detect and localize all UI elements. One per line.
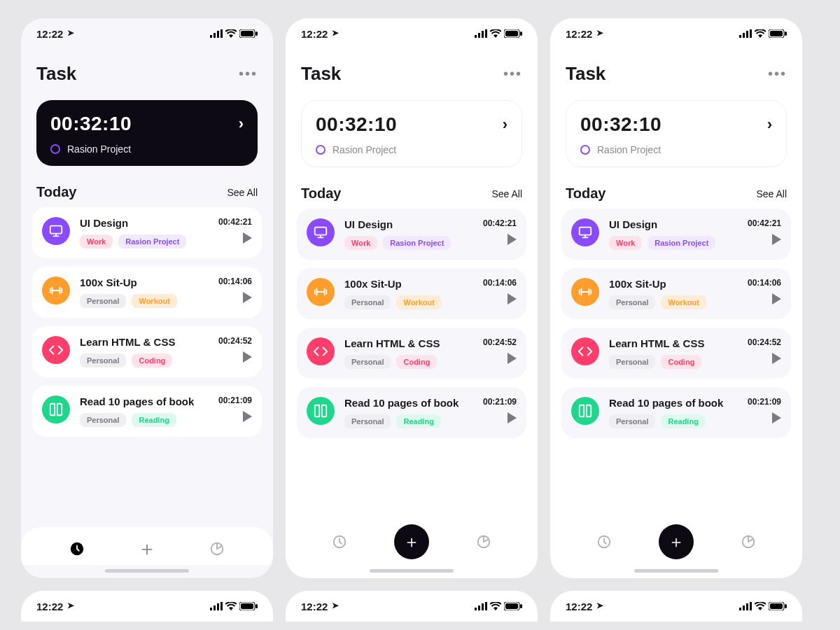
svg-rect-42 <box>505 603 518 609</box>
play-icon[interactable] <box>243 411 252 422</box>
tag[interactable]: Personal <box>609 355 655 369</box>
task-row[interactable]: 100x Sit-Up PersonalWorkout 00:14:06 <box>32 267 262 318</box>
svg-rect-10 <box>475 35 477 38</box>
tag-list: WorkRasion Project <box>80 234 218 248</box>
nav-timer-button[interactable] <box>594 531 615 552</box>
tag[interactable]: Reading <box>132 413 176 427</box>
tag[interactable]: Workout <box>396 295 441 309</box>
play-icon[interactable] <box>243 232 252 244</box>
play-icon[interactable] <box>243 351 252 363</box>
task-time: 00:24:52 <box>748 337 781 347</box>
timer-value: 00:32:10 <box>50 113 132 135</box>
chevron-right-icon: › <box>239 115 244 133</box>
task-title: 100x Sit-Up <box>609 278 748 290</box>
svg-rect-22 <box>746 31 748 38</box>
svg-rect-49 <box>770 603 783 609</box>
svg-rect-37 <box>475 608 477 610</box>
task-icon <box>571 278 599 306</box>
task-row[interactable]: Learn HTML & CSS PersonalCoding 00:24:52 <box>32 326 262 377</box>
nav-add-fab[interactable]: ＋ <box>659 524 694 559</box>
nav-pie-button[interactable] <box>206 538 227 559</box>
tag[interactable]: Personal <box>344 295 391 309</box>
today-heading: Today <box>301 186 341 202</box>
plus-icon: ＋ <box>137 536 157 562</box>
play-icon[interactable] <box>772 353 781 364</box>
task-icon <box>307 278 335 306</box>
tag[interactable]: Workout <box>661 295 706 309</box>
tag-list: PersonalWorkout <box>344 295 483 309</box>
play-icon[interactable] <box>772 293 781 304</box>
tag-list: PersonalWorkout <box>609 295 748 309</box>
tag[interactable]: Rasion Project <box>383 236 451 250</box>
play-icon[interactable] <box>772 234 781 245</box>
nav-pie-button[interactable] <box>473 531 494 552</box>
nav-pie-button[interactable] <box>738 531 759 552</box>
tag[interactable]: Rasion Project <box>118 234 186 248</box>
see-all-link[interactable]: See All <box>491 188 522 200</box>
svg-rect-36 <box>255 604 258 608</box>
play-icon[interactable] <box>507 412 517 424</box>
tag[interactable]: Coding <box>661 355 701 369</box>
tag-list: WorkRasion Project <box>344 236 483 250</box>
tag[interactable]: Workout <box>132 294 176 308</box>
task-row[interactable]: Read 10 pages of book PersonalReading 00… <box>297 387 526 438</box>
more-icon[interactable]: ••• <box>239 66 258 82</box>
task-row[interactable]: Read 10 pages of book PersonalReading 00… <box>32 386 262 437</box>
tag[interactable]: Personal <box>609 414 655 428</box>
tag[interactable]: Work <box>609 236 642 250</box>
nav-add-button[interactable]: ＋ <box>136 538 158 559</box>
bottom-nav: ＋ <box>286 513 538 565</box>
see-all-link[interactable]: See All <box>756 188 787 200</box>
more-icon[interactable]: ••• <box>768 66 787 82</box>
nav-timer-button[interactable] <box>329 531 350 552</box>
tag[interactable]: Work <box>80 234 113 248</box>
tag[interactable]: Personal <box>344 355 391 369</box>
tag[interactable]: Personal <box>344 414 391 428</box>
tag[interactable]: Reading <box>396 414 440 428</box>
tag-list: PersonalReading <box>609 414 748 428</box>
tag[interactable]: Personal <box>80 294 126 308</box>
nav-add-fab[interactable]: ＋ <box>394 524 429 559</box>
task-title: Learn HTML & CSS <box>344 337 483 349</box>
task-row[interactable]: UI Design WorkRasion Project 00:42:21 <box>32 207 262 258</box>
svg-rect-43 <box>520 604 522 608</box>
tag[interactable]: Personal <box>609 295 655 309</box>
task-row[interactable]: Learn HTML & CSS PersonalCoding 00:24:52 <box>561 328 791 379</box>
project-ring-icon <box>580 145 590 155</box>
nav-timer-button[interactable] <box>66 538 88 559</box>
timer-card[interactable]: 00:32:10 › Rasion Project <box>36 100 258 166</box>
task-icon <box>571 218 599 246</box>
today-heading: Today <box>36 184 76 200</box>
task-row[interactable]: Learn HTML & CSS PersonalCoding 00:24:52 <box>297 328 526 379</box>
home-indicator <box>105 569 189 573</box>
tag[interactable]: Personal <box>80 354 126 368</box>
play-icon[interactable] <box>772 412 781 424</box>
task-row[interactable]: UI Design WorkRasion Project 00:42:21 <box>561 209 791 260</box>
tag[interactable]: Reading <box>661 414 705 428</box>
status-time: 12:22 <box>301 601 328 612</box>
tag[interactable]: Personal <box>80 413 126 427</box>
timer-card[interactable]: 00:32:10 › Rasion Project <box>301 100 522 167</box>
tag[interactable]: Coding <box>132 354 172 368</box>
more-icon[interactable]: ••• <box>503 66 522 82</box>
play-icon[interactable] <box>507 234 517 245</box>
task-icon <box>42 336 70 364</box>
tag[interactable]: Work <box>344 236 377 250</box>
tag[interactable]: Rasion Project <box>648 236 715 250</box>
task-time: 00:21:09 <box>218 396 252 405</box>
play-icon[interactable] <box>507 293 517 304</box>
see-all-link[interactable]: See All <box>227 187 258 198</box>
task-row[interactable]: 100x Sit-Up PersonalWorkout 00:14:06 <box>297 268 526 319</box>
task-row[interactable]: Read 10 pages of book PersonalReading 00… <box>561 387 791 438</box>
tag[interactable]: Coding <box>396 355 437 369</box>
timer-card[interactable]: 00:32:10 › Rasion Project <box>566 100 787 167</box>
svg-rect-31 <box>214 606 216 610</box>
svg-rect-20 <box>739 35 741 38</box>
signal-icon <box>210 29 223 38</box>
status-time: 12:22 <box>36 601 63 612</box>
task-row[interactable]: UI Design WorkRasion Project 00:42:21 <box>297 209 526 260</box>
play-icon[interactable] <box>507 353 517 364</box>
task-row[interactable]: 100x Sit-Up PersonalWorkout 00:14:06 <box>561 268 791 319</box>
today-heading: Today <box>566 186 606 202</box>
play-icon[interactable] <box>243 292 252 303</box>
